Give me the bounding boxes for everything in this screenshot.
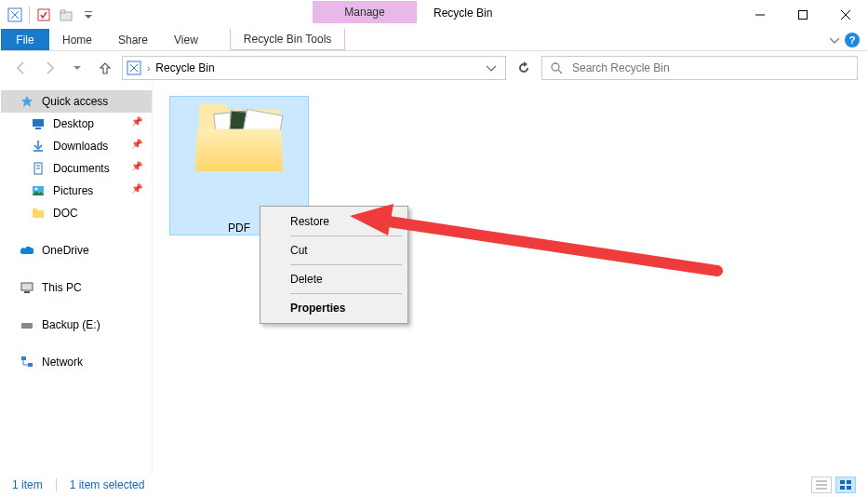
separator bbox=[290, 293, 402, 294]
search-icon bbox=[550, 61, 563, 74]
separator bbox=[29, 7, 30, 23]
forward-button[interactable] bbox=[38, 57, 60, 79]
context-menu-cut[interactable]: Cut bbox=[262, 239, 406, 262]
minimize-button[interactable] bbox=[739, 1, 781, 29]
view-switcher bbox=[811, 477, 856, 493]
sidebar-item-this-pc[interactable]: This PC bbox=[1, 276, 152, 299]
sidebar-item-documents[interactable]: Documents 📌 bbox=[1, 157, 152, 180]
sidebar-item-label: OneDrive bbox=[42, 244, 89, 257]
nav-bar: › Recycle Bin bbox=[1, 51, 867, 85]
search-input[interactable] bbox=[570, 60, 849, 75]
file-item-label: PDF bbox=[228, 222, 250, 235]
network-icon bbox=[20, 355, 34, 369]
svg-rect-6 bbox=[799, 11, 808, 20]
folder-thumbnail-icon bbox=[195, 104, 283, 171]
pictures-icon bbox=[31, 183, 46, 198]
svg-rect-32 bbox=[840, 480, 845, 484]
sidebar-item-label: Documents bbox=[53, 162, 110, 175]
navigation-pane: Quick access Desktop 📌 Downloads 📌 Docum… bbox=[1, 85, 152, 474]
expand-ribbon-icon[interactable] bbox=[830, 35, 839, 45]
documents-icon bbox=[31, 161, 46, 176]
sidebar-item-onedrive[interactable]: OneDrive bbox=[1, 239, 152, 262]
status-item-count: 1 item bbox=[12, 478, 43, 491]
quick-access-toolbar bbox=[1, 1, 99, 29]
sidebar-item-backup-drive[interactable]: Backup (E:) bbox=[1, 314, 152, 336]
svg-rect-21 bbox=[21, 283, 33, 290]
svg-rect-13 bbox=[35, 128, 41, 129]
address-dropdown-icon[interactable] bbox=[481, 63, 501, 73]
details-view-button[interactable] bbox=[811, 477, 832, 493]
sidebar-item-doc[interactable]: DOC bbox=[1, 202, 152, 224]
svg-rect-1 bbox=[38, 9, 49, 20]
close-button[interactable] bbox=[824, 1, 867, 29]
pin-icon: 📌 bbox=[131, 116, 142, 127]
sidebar-item-pictures[interactable]: Pictures 📌 bbox=[1, 180, 152, 202]
explorer-body: Quick access Desktop 📌 Downloads 📌 Docum… bbox=[1, 85, 867, 474]
file-tab[interactable]: File bbox=[1, 29, 49, 50]
context-menu: Restore Cut Delete Properties bbox=[260, 206, 408, 324]
tab-recycle-bin-tools[interactable]: Recycle Bin Tools bbox=[230, 29, 346, 50]
svg-rect-4 bbox=[85, 11, 92, 12]
chevron-right-icon[interactable]: › bbox=[147, 63, 150, 74]
tab-share[interactable]: Share bbox=[105, 29, 161, 50]
window-controls bbox=[739, 1, 867, 29]
svg-point-10 bbox=[552, 63, 559, 71]
svg-line-11 bbox=[558, 70, 562, 74]
onedrive-icon bbox=[20, 243, 34, 258]
new-folder-shortcut-icon[interactable] bbox=[56, 5, 76, 25]
svg-point-24 bbox=[30, 325, 32, 327]
qat-dropdown-icon[interactable] bbox=[78, 5, 99, 25]
sidebar-item-desktop[interactable]: Desktop 📌 bbox=[1, 113, 152, 135]
window-title: Recycle Bin bbox=[434, 7, 492, 20]
help-icon[interactable]: ? bbox=[845, 33, 860, 47]
svg-rect-22 bbox=[24, 291, 30, 293]
sidebar-item-downloads[interactable]: Downloads 📌 bbox=[1, 135, 152, 157]
recycle-bin-breadcrumb-icon bbox=[127, 60, 141, 75]
context-menu-restore[interactable]: Restore bbox=[262, 210, 406, 233]
tab-home[interactable]: Home bbox=[49, 29, 105, 50]
svg-rect-19 bbox=[33, 210, 44, 218]
refresh-button[interactable] bbox=[512, 56, 536, 80]
properties-shortcut-icon[interactable] bbox=[33, 5, 54, 25]
drive-icon bbox=[20, 317, 34, 332]
svg-rect-12 bbox=[33, 119, 44, 127]
star-icon bbox=[20, 94, 34, 109]
sidebar-item-label: DOC bbox=[53, 207, 78, 220]
sidebar-item-quick-access[interactable]: Quick access bbox=[1, 90, 152, 113]
sidebar-item-label: Downloads bbox=[53, 140, 108, 153]
contextual-tab-manage[interactable]: Manage bbox=[313, 1, 417, 23]
recent-dropdown-icon[interactable] bbox=[66, 57, 88, 79]
ribbon-right: ? bbox=[830, 29, 867, 50]
address-bar[interactable]: › Recycle Bin bbox=[122, 56, 506, 80]
title-bar: Manage Recycle Bin bbox=[1, 1, 867, 29]
desktop-icon bbox=[31, 116, 46, 131]
recycle-bin-icon[interactable] bbox=[5, 5, 25, 25]
svg-rect-34 bbox=[840, 486, 845, 490]
svg-rect-26 bbox=[28, 363, 33, 367]
status-bar: 1 item 1 item selected bbox=[1, 474, 867, 496]
svg-rect-35 bbox=[847, 486, 851, 490]
thumbnails-view-button[interactable] bbox=[835, 477, 856, 493]
context-menu-properties[interactable]: Properties bbox=[262, 297, 406, 319]
maximize-button[interactable] bbox=[781, 1, 824, 29]
pin-icon: 📌 bbox=[131, 161, 142, 171]
back-button[interactable] bbox=[10, 57, 33, 79]
context-menu-delete[interactable]: Delete bbox=[262, 268, 406, 290]
tab-view[interactable]: View bbox=[161, 29, 211, 50]
sidebar-item-label: Backup (E:) bbox=[42, 318, 100, 331]
status-selected-count: 1 item selected bbox=[70, 478, 145, 491]
sidebar-item-label: Network bbox=[42, 356, 83, 369]
folder-icon bbox=[31, 206, 46, 221]
sidebar-item-label: This PC bbox=[42, 281, 82, 294]
up-button[interactable] bbox=[94, 57, 116, 79]
search-box[interactable] bbox=[541, 56, 858, 80]
pin-icon: 📌 bbox=[131, 139, 142, 149]
separator bbox=[56, 478, 57, 491]
breadcrumb-current[interactable]: Recycle Bin bbox=[155, 61, 214, 74]
sidebar-item-network[interactable]: Network bbox=[1, 351, 152, 373]
svg-rect-3 bbox=[60, 10, 65, 13]
sidebar-item-label: Pictures bbox=[53, 184, 93, 197]
sidebar-item-label: Desktop bbox=[53, 117, 94, 130]
explorer-window: Manage Recycle Bin File Home Share View … bbox=[0, 0, 868, 497]
pc-icon bbox=[20, 280, 34, 295]
